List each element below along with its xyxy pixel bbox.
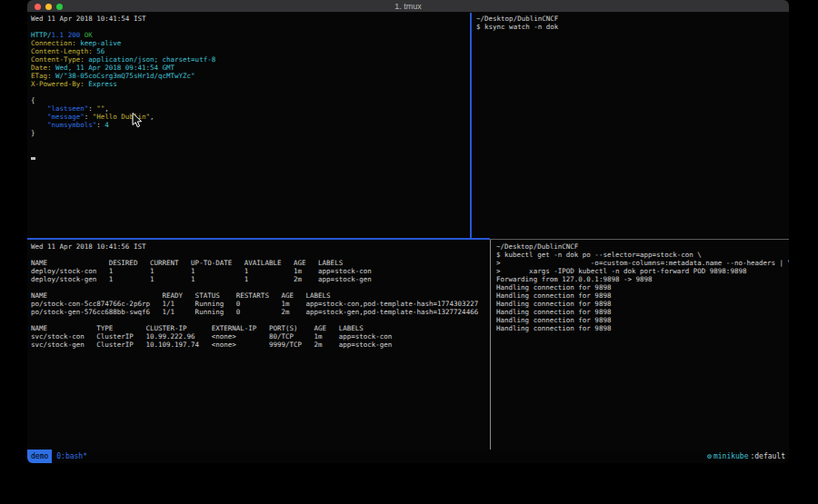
close-button[interactable]: [35, 4, 41, 10]
terminal-line: NAME DESIRED CURRENT UP-TO-DATE AVAILABL…: [31, 259, 487, 267]
terminal-line: po/stock-con-5cc874766c-2p6rp 1/1 Runnin…: [31, 300, 487, 308]
pane-divider-vertical-top[interactable]: [470, 13, 472, 239]
terminal-line: "lastseen": "",: [31, 104, 469, 113]
terminal-line: }: [31, 129, 469, 137]
terminal-line: Forwarding from 127.0.0.1:9898 -> 9898: [496, 275, 789, 283]
terminal-line: [31, 88, 469, 96]
terminal-line: deploy/stock-con 1 1 1 1 1m app=stock-co…: [31, 267, 487, 275]
pane-http-response[interactable]: Wed 11 Apr 2018 10:41:54 IST HTTP/1.1 20…: [27, 13, 469, 237]
terminal-line: Content-Type: application/json; charset=…: [31, 55, 469, 64]
pane-divider-vertical-bottom[interactable]: [490, 240, 491, 450]
terminal-line: svc/stock-gen ClusterIP 10.109.197.74 <n…: [31, 341, 487, 349]
kube-namespace: :default: [750, 452, 785, 460]
kube-context-name: minikube: [713, 452, 749, 460]
terminal-line: ETag: W/"38-05coCsrg3mQ75sHr1d/qcMTwYZc": [31, 72, 469, 80]
traffic-lights: [35, 4, 63, 10]
window-titlebar[interactable]: 1. tmux: [27, 0, 789, 13]
terminal-line: Wed 11 Apr 2018 10:41:56 IST: [31, 242, 487, 251]
terminal-line: [31, 145, 469, 153]
terminal-line: NAME READY STATUS RESTARTS AGE LABELS: [31, 292, 487, 300]
terminal-line: ~/Desktop/DublinCNCF: [496, 242, 789, 251]
tmux-status-bar: demo 0:bash* ⚙ minikube :default: [27, 450, 789, 463]
terminal-line: Date: Wed, 11 Apr 2018 09:41:54 GMT: [31, 64, 469, 72]
terminal-line: {: [31, 96, 469, 104]
terminal-line: [31, 316, 487, 324]
terminal-line: po/stock-gen-576cc688bb-swqf6 1/1 Runnin…: [31, 308, 487, 316]
terminal-line: HTTP/1.1 200 OK: [31, 31, 469, 39]
session-name-badge: demo: [27, 450, 52, 463]
window-title: 1. tmux: [394, 2, 422, 11]
mouse-cursor: [132, 113, 143, 129]
terminal-line: "message": "Hello Dublin",: [31, 113, 469, 121]
terminal-line: [31, 283, 487, 292]
terminal-line: $ ksync watch -n dok: [476, 23, 789, 31]
tmux-content: Wed 11 Apr 2018 10:41:54 IST HTTP/1.1 20…: [27, 13, 789, 450]
terminal-line: $ kubectl get -n dok po --selector=app=s…: [496, 251, 789, 259]
block-cursor: [31, 157, 35, 160]
pane-ksync-watch[interactable]: ~/Desktop/DublinCNCF$ ksync watch -n dok: [473, 13, 789, 237]
pane-divider-horizontal-left[interactable]: [27, 238, 490, 240]
terminal-line: Handling connection for 9898: [496, 308, 789, 316]
minimize-button[interactable]: [45, 4, 52, 10]
terminal-line: Wed 11 Apr 2018 10:41:54 IST: [31, 15, 469, 23]
maximize-button[interactable]: [56, 4, 63, 10]
pane-port-forward[interactable]: ~/Desktop/DublinCNCF$ kubectl get -n dok…: [493, 241, 789, 450]
status-right: ⚙ minikube :default: [707, 452, 785, 460]
window-tab-bash[interactable]: 0:bash*: [56, 452, 87, 460]
terminal-line: [31, 153, 469, 162]
terminal-line: Handling connection for 9898: [496, 324, 789, 332]
terminal-line: Handling connection for 9898: [496, 300, 789, 308]
terminal-line: > xargs -IPOD kubectl -n dok port-forwar…: [496, 267, 789, 275]
terminal-line: NAME TYPE CLUSTER-IP EXTERNAL-IP PORT(S)…: [31, 324, 487, 332]
terminal-line: [31, 137, 469, 145]
terminal-line: Handling connection for 9898: [496, 316, 789, 324]
terminal-line: svc/stock-con ClusterIP 10.99.222.96 <no…: [31, 332, 487, 341]
terminal-line: Handling connection for 9898: [496, 292, 789, 300]
terminal-line: deploy/stock-gen 1 1 1 1 2m app=stock-ge…: [31, 275, 487, 283]
pane-divider-horizontal-right[interactable]: [490, 239, 789, 240]
terminal-line: "numsymbols": 4: [31, 121, 469, 129]
terminal-line: [31, 23, 469, 31]
terminal-line: Connection: keep-alive: [31, 39, 469, 47]
terminal-line: Content-Length: 56: [31, 47, 469, 55]
terminal-line: ~/Desktop/DublinCNCF: [476, 15, 789, 23]
terminal-line: > -o=custom-columns=:metadata.name --no-…: [496, 259, 789, 267]
terminal-line: Handling connection for 9898: [496, 283, 789, 292]
terminal-line: X-Powered-By: Express: [31, 80, 469, 88]
terminal-window: 1. tmux Wed 11 Apr 2018 10:41:54 IST HTT…: [27, 0, 789, 463]
kube-context-icon: ⚙: [707, 452, 712, 460]
pane-kubectl-resources[interactable]: Wed 11 Apr 2018 10:41:56 IST NAME DESIRE…: [27, 241, 487, 450]
terminal-line: [31, 251, 487, 259]
